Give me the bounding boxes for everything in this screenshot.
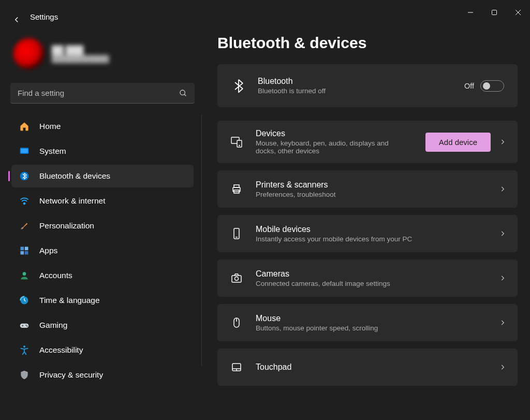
sidebar-item-accessibility[interactable]: Accessibility <box>11 339 194 361</box>
svg-rect-8 <box>21 247 24 251</box>
sidebar-item-apps[interactable]: Apps <box>11 239 194 262</box>
chevron-right-icon <box>499 319 506 326</box>
profile-sub: ████████████ <box>52 55 109 63</box>
search-icon <box>179 89 187 97</box>
chevron-right-icon <box>499 230 506 237</box>
svg-point-12 <box>23 272 26 276</box>
svg-line-3 <box>184 94 186 96</box>
sidebar-item-label: Home <box>39 122 61 131</box>
sidebar-item-label: Time & language <box>39 296 100 305</box>
devices-icon <box>229 136 244 148</box>
cameras-card[interactable]: Cameras Connected cameras, default image… <box>217 259 518 297</box>
card-title: Bluetooth <box>258 77 464 86</box>
add-device-button[interactable]: Add device <box>425 133 491 152</box>
sidebar-item-home[interactable]: Home <box>11 115 194 138</box>
chevron-right-icon <box>499 364 506 371</box>
close-button[interactable] <box>506 4 530 21</box>
card-subtitle: Connected cameras, default image setting… <box>256 280 499 287</box>
arrow-left-icon <box>12 15 21 24</box>
avatar <box>13 38 45 69</box>
sidebar: ██ ███ ████████████ Home System <box>0 25 203 388</box>
close-icon <box>515 9 521 16</box>
sidebar-item-privacy[interactable]: Privacy & security <box>11 364 194 386</box>
mouse-icon <box>229 316 244 329</box>
sidebar-item-label: Accounts <box>39 271 72 280</box>
touchpad-icon <box>229 361 244 373</box>
svg-rect-1 <box>492 10 497 15</box>
search-input[interactable] <box>18 89 179 97</box>
sidebar-item-gaming[interactable]: Gaming <box>11 314 194 337</box>
sidebar-item-label: Privacy & security <box>39 370 103 380</box>
touchpad-card[interactable]: Touchpad <box>217 349 518 386</box>
camera-icon <box>229 272 244 284</box>
bluetooth-icon <box>19 170 30 182</box>
svg-point-7 <box>24 203 25 205</box>
sidebar-item-system[interactable]: System <box>11 140 194 163</box>
sidebar-item-label: Bluetooth & devices <box>39 171 110 181</box>
sidebar-item-network[interactable]: Network & internet <box>11 190 194 212</box>
card-title: Mouse <box>256 314 499 323</box>
search-box[interactable] <box>10 83 195 104</box>
svg-point-28 <box>235 277 239 281</box>
bluetooth-toggle[interactable] <box>480 80 504 92</box>
page-title: Bluetooth & devices <box>217 34 518 52</box>
svg-point-16 <box>25 325 26 326</box>
maximize-button[interactable] <box>482 4 506 21</box>
app-title: Settings <box>30 12 58 21</box>
bluetooth-icon <box>231 79 246 93</box>
chevron-right-icon <box>499 274 506 282</box>
toggle-state-label: Off <box>464 82 474 90</box>
brush-icon <box>19 220 30 231</box>
sidebar-item-label: System <box>39 147 66 156</box>
clock-icon <box>19 295 30 306</box>
apps-icon <box>19 245 30 256</box>
card-title: Devices <box>256 129 425 138</box>
person-icon <box>19 270 30 281</box>
svg-point-18 <box>23 345 25 347</box>
home-icon <box>19 121 30 132</box>
user-profile[interactable]: ██ ███ ████████████ <box>13 38 199 69</box>
shield-icon <box>19 369 30 381</box>
card-title: Touchpad <box>256 363 499 372</box>
titlebar: Settings <box>0 0 530 25</box>
sidebar-item-label: Gaming <box>39 321 67 330</box>
toggle-knob <box>483 82 490 90</box>
sidebar-item-label: Network & internet <box>39 196 106 206</box>
mobile-devices-card[interactable]: Mobile devices Instantly access your mob… <box>217 215 518 252</box>
printer-icon <box>229 183 244 195</box>
card-subtitle: Bluetooth is turned off <box>258 87 464 95</box>
maximize-icon <box>491 9 497 16</box>
sidebar-item-label: Accessibility <box>39 345 83 355</box>
system-icon <box>19 146 30 157</box>
card-subtitle: Preferences, troubleshoot <box>256 191 499 198</box>
accessibility-icon <box>19 344 30 356</box>
profile-name: ██ ███ <box>52 46 109 55</box>
sidebar-item-time[interactable]: Time & language <box>11 289 194 312</box>
svg-point-2 <box>180 90 185 95</box>
sidebar-item-personalization[interactable]: Personalization <box>11 214 194 237</box>
card-title: Cameras <box>256 269 499 279</box>
bluetooth-card: Bluetooth Bluetooth is turned off Off <box>217 64 518 107</box>
wifi-icon <box>19 195 30 207</box>
main-content: Bluetooth & devices Bluetooth Bluetooth … <box>203 25 530 388</box>
printers-card[interactable]: Printers & scanners Preferences, trouble… <box>217 170 518 208</box>
minimize-button[interactable] <box>459 4 482 21</box>
minimize-icon <box>467 9 474 16</box>
card-subtitle: Mouse, keyboard, pen, audio, displays an… <box>256 139 390 155</box>
sidebar-item-bluetooth[interactable]: Bluetooth & devices <box>11 165 194 187</box>
sidebar-item-label: Apps <box>39 246 57 255</box>
back-button[interactable] <box>9 12 24 27</box>
sidebar-item-accounts[interactable]: Accounts <box>11 264 194 287</box>
svg-rect-5 <box>21 149 27 153</box>
svg-rect-9 <box>25 247 28 251</box>
card-title: Mobile devices <box>256 225 499 234</box>
gamepad-icon <box>19 320 30 331</box>
nav: Home System Bluetooth & devices Network … <box>8 115 199 386</box>
devices-card[interactable]: Devices Mouse, keyboard, pen, audio, dis… <box>217 121 518 163</box>
phone-icon <box>229 227 244 240</box>
svg-point-17 <box>26 326 27 327</box>
card-title: Printers & scanners <box>256 180 499 190</box>
svg-rect-10 <box>21 251 24 255</box>
svg-rect-11 <box>25 251 28 255</box>
mouse-card[interactable]: Mouse Buttons, mouse pointer speed, scro… <box>217 304 518 341</box>
